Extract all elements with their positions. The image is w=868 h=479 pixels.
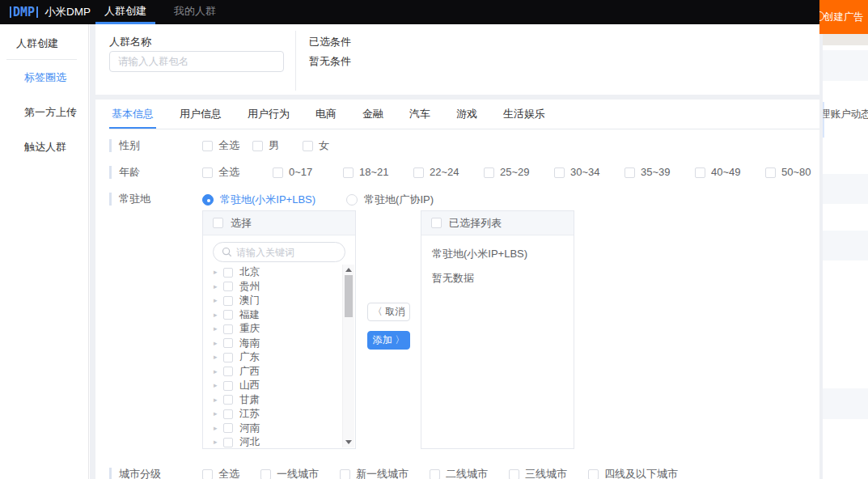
region-search-input[interactable] <box>236 247 333 258</box>
expand-caret-icon[interactable]: ▸ <box>214 396 223 404</box>
expand-caret-icon[interactable]: ▸ <box>214 269 223 276</box>
expand-caret-icon[interactable]: ▸ <box>214 340 223 347</box>
category-tab[interactable]: 用户信息 <box>177 100 224 129</box>
city-tier-option[interactable]: 新一线城市 <box>340 468 409 479</box>
checkbox-icon[interactable] <box>202 141 213 151</box>
region-radio[interactable]: 常驻地(小米IP+LBS) <box>202 193 315 207</box>
category-tab[interactable]: 基本信息 <box>109 100 156 129</box>
sidebar-item[interactable]: 触达人群 <box>0 129 88 164</box>
gender-option[interactable]: 男 <box>252 139 303 152</box>
expand-caret-icon[interactable]: ▸ <box>214 410 223 418</box>
select-all-checkbox[interactable] <box>431 218 442 228</box>
radio-icon[interactable] <box>346 194 358 206</box>
checkbox-icon[interactable] <box>202 167 213 178</box>
expand-caret-icon[interactable]: ▸ <box>214 439 223 446</box>
region-tree-item[interactable]: ▸ 贵州 <box>214 280 355 295</box>
region-tree-item[interactable]: ▸ 海南 <box>214 337 355 351</box>
category-tab[interactable]: 生活娱乐 <box>501 100 548 129</box>
top-nav-tab[interactable]: 我的人群 <box>165 0 225 24</box>
city-tier-option[interactable]: 全选 <box>202 468 239 479</box>
checkbox-icon[interactable] <box>223 367 233 376</box>
checkbox-icon[interactable] <box>509 469 519 479</box>
checkbox-icon[interactable] <box>765 167 776 178</box>
expand-caret-icon[interactable]: ▸ <box>214 283 223 290</box>
checkbox-icon[interactable] <box>343 167 354 178</box>
create-ad-button[interactable]: 创建广告 <box>819 0 868 34</box>
list-scrollbar[interactable] <box>342 265 354 447</box>
region-tree-item[interactable]: ▸ 河北 <box>214 435 355 449</box>
region-tree-item[interactable]: ▸ 山西 <box>214 379 355 393</box>
checkbox-icon[interactable] <box>223 338 233 348</box>
checkbox-icon[interactable] <box>340 469 350 479</box>
region-tree-item[interactable]: ▸ 北京 <box>214 265 355 280</box>
transfer-add-button[interactable]: 添加 〉 <box>367 331 410 350</box>
age-option[interactable]: 18~21 <box>343 166 413 179</box>
category-tab[interactable]: 用户行为 <box>245 100 292 129</box>
region-tree-item[interactable]: ▸ 广西 <box>214 365 355 379</box>
expand-caret-icon[interactable]: ▸ <box>214 354 223 361</box>
city-tier-option[interactable]: 二线城市 <box>430 468 488 479</box>
category-tab[interactable]: 金融 <box>360 100 386 129</box>
scroll-up-icon[interactable] <box>345 268 352 272</box>
expand-caret-icon[interactable]: ▸ <box>214 382 223 389</box>
audience-name-input[interactable] <box>109 51 284 72</box>
checkbox-icon[interactable] <box>202 469 213 479</box>
top-nav-tab[interactable]: 人群创建 <box>95 0 155 24</box>
checkbox-icon[interactable] <box>223 438 233 447</box>
age-option[interactable]: 0~17 <box>273 166 343 179</box>
region-tree-item[interactable]: ▸ 福建 <box>214 308 355 323</box>
checkbox-icon[interactable] <box>223 353 233 362</box>
radio-icon[interactable] <box>202 194 214 206</box>
select-all-checkbox[interactable] <box>213 218 223 228</box>
checkbox-icon[interactable] <box>223 282 233 291</box>
checkbox-icon[interactable] <box>430 469 440 479</box>
checkbox-icon[interactable] <box>273 167 283 178</box>
checkbox-icon[interactable] <box>252 141 263 151</box>
region-radio[interactable]: 常驻地(广协IP) <box>346 193 434 207</box>
transfer-cancel-button[interactable]: 〈 取消 <box>367 303 410 321</box>
category-tab[interactable]: 游戏 <box>454 100 480 129</box>
checkbox-icon[interactable] <box>484 167 494 178</box>
region-tree-item[interactable]: ▸ 江苏 <box>214 407 355 422</box>
expand-caret-icon[interactable]: ▸ <box>214 312 223 319</box>
expand-caret-icon[interactable]: ▸ <box>214 368 223 375</box>
age-option[interactable]: 全选 <box>202 166 273 179</box>
checkbox-icon[interactable] <box>223 296 233 306</box>
scrollbar-thumb[interactable] <box>345 275 353 317</box>
expand-caret-icon[interactable]: ▸ <box>214 325 223 333</box>
checkbox-icon[interactable] <box>223 310 233 320</box>
checkbox-icon[interactable] <box>588 469 599 479</box>
gender-option[interactable]: 全选 <box>202 139 252 152</box>
checkbox-icon[interactable] <box>413 167 424 178</box>
category-tab[interactable]: 电商 <box>313 100 339 129</box>
age-option[interactable]: 25~29 <box>484 166 554 179</box>
city-tier-option[interactable]: 三线城市 <box>509 468 567 479</box>
sidebar-item[interactable]: 第一方上传 <box>0 95 88 129</box>
scroll-down-icon[interactable] <box>345 440 352 444</box>
region-tree-item[interactable]: ▸ 广东 <box>214 350 355 365</box>
checkbox-icon[interactable] <box>554 167 565 178</box>
city-tier-option[interactable]: 一线城市 <box>260 468 319 479</box>
checkbox-icon[interactable] <box>260 469 271 479</box>
checkbox-icon[interactable] <box>223 324 233 334</box>
checkbox-icon[interactable] <box>625 167 635 178</box>
age-option[interactable]: 50~80 <box>765 166 819 179</box>
category-tab[interactable]: 汽车 <box>407 100 433 129</box>
region-tree-item[interactable]: ▸ 澳门 <box>214 294 355 308</box>
checkbox-icon[interactable] <box>695 167 705 178</box>
expand-caret-icon[interactable]: ▸ <box>214 297 223 304</box>
age-option[interactable]: 22~24 <box>413 166 484 179</box>
sidebar-item[interactable]: 标签圈选 <box>0 60 88 95</box>
expand-caret-icon[interactable]: ▸ <box>214 425 223 432</box>
age-option[interactable]: 30~34 <box>554 166 625 179</box>
checkbox-icon[interactable] <box>223 409 233 419</box>
age-option[interactable]: 40~49 <box>695 166 765 179</box>
checkbox-icon[interactable] <box>303 141 313 151</box>
checkbox-icon[interactable] <box>223 395 233 405</box>
age-option[interactable]: 35~39 <box>625 166 695 179</box>
city-tier-option[interactable]: 四线及以下城市 <box>588 468 678 479</box>
region-search-box[interactable] <box>213 242 345 262</box>
region-tree-item[interactable]: ▸ 河南 <box>214 422 355 436</box>
checkbox-icon[interactable] <box>223 268 233 278</box>
checkbox-icon[interactable] <box>223 423 233 433</box>
